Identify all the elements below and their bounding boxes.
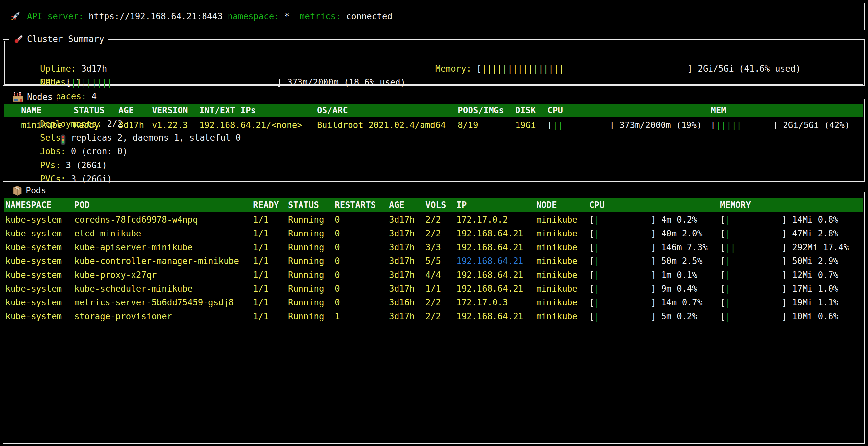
pod-restarts: 0 [335, 254, 340, 268]
pod-ready: 1/1 [253, 309, 269, 323]
pod-ready: 1/1 [253, 240, 269, 254]
api-server-stat: API server:https://192.168.64.21:8443 [27, 11, 223, 21]
api-status-bar: API server:https://192.168.64.21:8443 na… [3, 3, 865, 30]
nodes-col-cpu: CPU [548, 104, 563, 117]
metrics-label: metrics: [300, 11, 341, 21]
pod-name: coredns-78fcd69978-w4npq [74, 213, 198, 227]
pods-panel: Pods NAMESPACE POD READY STATUS RESTARTS… [3, 192, 865, 444]
pod-age: 3d17h [389, 240, 414, 254]
cluster-gauges-line: CPU:||||||||373m/2000m (18.6% used) Memo… [9, 62, 405, 75]
pod-ready: 1/1 [253, 254, 269, 268]
pod-ip[interactable]: 192.168.64.21 [456, 254, 523, 268]
nodes-table-header: NAME STATUS AGE VERSION INT/EXT IPs OS/A… [4, 104, 863, 117]
pod-ready: 1/1 [253, 227, 269, 240]
pod-name: kube-scheduler-minikube [74, 282, 193, 296]
pod-ip[interactable]: 172.17.0.3 [456, 296, 508, 309]
pod-ip[interactable]: 192.168.64.21 [456, 240, 523, 254]
pod-row[interactable]: kube-system metrics-server-5b6dd75459-gs… [4, 296, 863, 309]
pods-col-memory: MEMORY [720, 198, 751, 211]
pod-mem-text: 10Mi 0.6% [792, 311, 838, 321]
pod-cpu-text: 40m 2.0% [661, 229, 702, 238]
pod-vols: 1/1 [426, 282, 441, 296]
pod-ip[interactable]: 192.168.64.21 [456, 309, 523, 323]
pod-status: Running [288, 213, 324, 227]
metrics-value: connected [346, 11, 392, 21]
pod-status: Running [288, 227, 324, 240]
pod-mem-text: 14Mi 0.8% [792, 215, 838, 225]
pod-ip[interactable]: 192.168.64.21 [456, 227, 523, 240]
node-age: 3d17h [118, 118, 144, 132]
pods-panel-title: Pods [8, 184, 50, 196]
pod-ip[interactable]: 192.168.64.21 [456, 282, 523, 296]
pods-col-status: STATUS [288, 198, 319, 211]
pod-ready: 1/1 [253, 268, 269, 282]
node-name: minikube [21, 118, 62, 132]
pod-ip[interactable]: 172.17.0.2 [456, 213, 508, 227]
pod-row[interactable]: kube-system etcd-minikube 1/1 Running 0 … [4, 227, 863, 240]
pod-mem-text: 17Mi 1.0% [792, 284, 838, 294]
pods-col-ip: IP [456, 198, 467, 211]
api-server-label: API server: [27, 11, 84, 21]
pods-col-restarts: RESTARTS [335, 198, 376, 211]
pod-restarts: 0 [335, 282, 340, 296]
pod-vols: 2/2 [426, 296, 441, 309]
node-os: Buildroot 2021.02.4/amd64 [317, 118, 445, 132]
cluster-summary-title-text: Cluster Summary [27, 34, 104, 44]
pod-age: 3d17h [389, 213, 414, 227]
pod-name: storage-provisioner [74, 309, 172, 323]
pod-cpu-gauge: |14m 0.7% [589, 296, 702, 309]
pod-namespace: kube-system [5, 213, 62, 227]
pod-cpu-gauge: |146m 7.3% [589, 240, 708, 254]
pods-col-vols: VOLS [426, 198, 446, 211]
nodes-panel-title-text: Nodes [27, 92, 53, 102]
pod-ready: 1/1 [253, 282, 269, 296]
pod-vols: 2/2 [426, 227, 441, 240]
pod-mem-gauge: |50Mi 2.9% [720, 254, 838, 268]
pod-cpu-text: 5m 0.2% [661, 311, 698, 321]
pod-namespace: kube-system [5, 254, 62, 268]
pod-restarts: 1 [335, 309, 340, 323]
cluster-memory-text: 2Gi/5Gi (41.6% used) [698, 64, 801, 74]
pod-mem-text: 292Mi 17.4% [792, 242, 848, 252]
namespace-label: namespace: [227, 11, 279, 21]
pod-cpu-gauge: |1m 0.1% [589, 268, 698, 282]
pod-status: Running [288, 309, 324, 323]
package-icon [12, 184, 23, 196]
cluster-memory-bars: |||||||||||||||| [482, 62, 687, 75]
pod-node: minikube [536, 296, 577, 309]
pod-cpu-text: 50m 2.5% [661, 256, 702, 266]
pod-row[interactable]: kube-system kube-proxy-x27qr 1/1 Running… [4, 268, 863, 282]
pod-vols: 2/2 [426, 309, 441, 323]
pod-restarts: 0 [335, 227, 340, 240]
pod-cpu-text: 146m 7.3% [661, 242, 708, 252]
pod-ready: 1/1 [253, 213, 269, 227]
pod-status: Running [288, 268, 324, 282]
node-cpu-text: 373m/2000m (19%) [619, 120, 702, 130]
pod-vols: 2/2 [426, 213, 441, 227]
pod-row[interactable]: kube-system kube-scheduler-minikube 1/1 … [4, 282, 863, 296]
pod-mem-text: 47Mi 2.8% [792, 229, 838, 238]
cluster-stats-line: Uptime:3d17h Nodes:1 Nmspaces:4 Pods:8/8… [9, 48, 251, 62]
nodes-col-age: AGE [118, 104, 134, 117]
pod-ip[interactable]: 192.168.64.21 [456, 268, 523, 282]
nodes-panel: Nodes NAME STATUS AGE VERSION INT/EXT IP… [3, 99, 865, 182]
ktop-terminal: API server:https://192.168.64.21:8443 na… [0, 0, 868, 446]
node-row[interactable]: minikube Ready 3d17h v1.22.3 192.168.64.… [4, 118, 863, 132]
pod-namespace: kube-system [5, 296, 62, 309]
pod-mem-gauge: ||292Mi 17.4% [720, 240, 848, 254]
pods-col-node: NODE [536, 198, 557, 211]
pod-row[interactable]: kube-system kube-controller-manager-mini… [4, 254, 863, 268]
pod-node: minikube [536, 254, 577, 268]
pod-cpu-text: 4m 0.2% [661, 215, 698, 225]
pod-row[interactable]: kube-system storage-provisioner 1/1 Runn… [4, 309, 863, 323]
pod-restarts: 0 [335, 268, 340, 282]
nodes-col-name: NAME [21, 104, 42, 117]
pod-cpu-text: 14m 0.7% [661, 298, 702, 307]
rocket-icon [9, 10, 22, 23]
pod-cpu-gauge: |5m 0.2% [589, 309, 698, 323]
cluster-cpu-text: 373m/2000m (18.6% used) [287, 77, 405, 88]
pod-mem-gauge: |47Mi 2.8% [720, 227, 838, 240]
pod-node: minikube [536, 268, 577, 282]
pod-row[interactable]: kube-system coredns-78fcd69978-w4npq 1/1… [4, 213, 863, 227]
pod-row[interactable]: kube-system kube-apiserver-minikube 1/1 … [4, 240, 863, 254]
